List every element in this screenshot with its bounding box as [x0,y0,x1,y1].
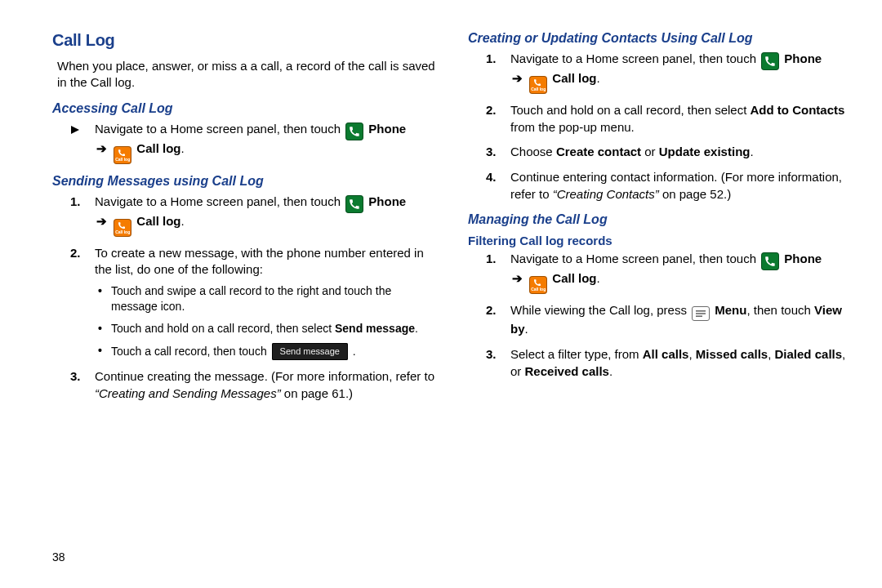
filtering-steps: 1. Navigate to a Home screen panel, then… [468,251,851,380]
subsubheading-filtering: Filtering Call log records [468,234,851,247]
all-calls-bold: All calls [643,347,689,361]
step-marker: 3. [486,144,497,161]
phone-label: Phone [784,252,822,265]
subheading-managing: Managing the Call Log [468,212,851,227]
step-text-pre: Continue creating the message. (For more… [95,369,434,383]
step-text-post: . [609,364,612,378]
send-message-bold: Send message [335,322,415,335]
svg-marker-0 [71,126,79,134]
step-marker: 4. [486,169,497,186]
step-text-pre: Navigate to a Home screen panel, then to… [95,194,344,208]
filtering-step-2: 2. While viewing the Call log, press Men… [486,302,851,338]
missed-calls-bold: Missed calls [696,347,768,361]
step-text-post: . [750,145,753,158]
arrow-icon: ➔ [95,141,109,155]
option-hold: Touch and hold on a call record, then se… [98,321,435,336]
svg-rect-3 [696,316,702,318]
comma: , [688,347,695,361]
step-text-pre: Navigate to a Home screen panel, then to… [95,122,344,136]
creating-step-1: 1. Navigate to a Home screen panel, then… [486,51,851,94]
period: . [181,214,185,228]
calllog-label: Call log [552,271,596,285]
ref-creating-contacts: “Creating Contacts” [553,187,659,201]
period: . [597,71,600,85]
step-marker: 2. [486,302,497,319]
creating-step-3: 3. Choose Create contact or Update exist… [486,144,851,161]
phone-label: Phone [368,122,406,136]
step-marker: 1. [486,251,497,268]
sending-step-2: 2. To create a new message, with the pho… [70,245,435,361]
add-to-contacts-bold: Add to Contacts [751,103,845,117]
calllog-label: Call log [136,214,180,228]
arrow-icon: ➔ [510,271,524,285]
mid: or [641,145,659,158]
section-heading-call-log: Call Log [52,31,435,50]
step-text-pre: Touch and hold on a call record, then se… [510,103,751,117]
filtering-step-1: 1. Navigate to a Home screen panel, then… [486,251,851,294]
call-log-icon-label: Call log [115,158,130,162]
update-existing-bold: Update existing [659,145,751,158]
opt-post: . [415,322,418,335]
call-log-icon-label: Call log [115,230,130,234]
subheading-accessing: Accessing Call Log [52,101,435,116]
sending-steps: 1. Navigate to a Home screen panel, then… [52,194,435,403]
subheading-sending: Sending Messages using Call Log [52,174,435,189]
create-contact-bold: Create contact [556,145,641,158]
phone-icon [345,122,363,140]
step-marker: 2. [70,245,81,262]
sending-options: Touch and swipe a call record to the rig… [95,283,435,361]
dialed-calls-bold: Dialed calls [775,347,843,361]
step-text-post: on page 52.) [659,187,731,201]
opt-pre: Touch a call record, then touch [111,345,270,358]
step-text-pre: Choose [510,145,556,158]
subheading-creating-updating: Creating or Updating Contacts Using Call… [468,31,851,46]
step-text-pre: While viewing the Call log, press [510,303,690,317]
filtering-step-3: 3. Select a filter type, from All calls,… [486,346,851,380]
step-text-post: . [525,322,528,336]
step-marker: 1. [486,51,497,68]
step-marker: 3. [70,368,81,385]
manual-page: Call Log When you place, answer, or miss… [0,0,882,588]
left-column: Call Log When you place, answer, or miss… [52,31,435,411]
call-log-icon: Call log [529,276,547,294]
opt-pre: Touch and hold on a call record, then se… [111,322,335,335]
menu-label: Menu [715,303,746,317]
opt-post: . [350,345,356,358]
period: . [597,271,600,285]
option-swipe: Touch and swipe a call record to the rig… [98,283,435,314]
svg-rect-1 [696,310,706,312]
svg-rect-2 [696,314,706,315]
sending-step-3: 3. Continue creating the message. (For m… [70,368,435,402]
right-column: Creating or Updating Contacts Using Call… [468,31,851,411]
send-message-button: Send message [272,343,348,361]
step-text-post: from the pop-up menu. [510,120,635,134]
phone-icon [761,52,779,70]
intro-paragraph: When you place, answer, or miss a a call… [57,58,435,91]
step-text-pre: Select a filter type, from [510,347,643,361]
phone-icon [345,195,363,213]
creating-step-2: 2. Touch and hold on a call record, then… [486,102,851,136]
creating-steps: 1. Navigate to a Home screen panel, then… [468,51,851,203]
step-text-post: on page 61.) [281,386,353,400]
sending-step-1: 1. Navigate to a Home screen panel, then… [70,194,435,237]
mid: , then touch [746,303,814,317]
call-log-icon: Call log [114,219,131,237]
call-log-icon: Call log [114,146,131,164]
phone-label: Phone [368,194,406,208]
received-calls-bold: Received calls [525,364,609,378]
two-column-layout: Call Log When you place, answer, or miss… [52,31,851,411]
step-text-pre: Navigate to a Home screen panel, then to… [510,51,760,65]
play-bullet-icon [70,122,80,140]
ref-creating-sending: “Creating and Sending Messages” [95,386,281,400]
step-marker: 3. [486,346,497,363]
step-marker: 1. [70,194,81,211]
arrow-icon: ➔ [510,71,524,85]
phone-label: Phone [784,51,822,65]
call-log-icon: Call log [529,76,547,94]
arrow-icon: ➔ [95,214,109,228]
creating-step-4: 4. Continue entering contact information… [486,169,851,203]
option-touch: Touch a call record, then touch Send mes… [98,343,435,361]
phone-icon [761,252,779,270]
step-text: To create a new message, with the phone … [95,246,424,277]
call-log-icon-label: Call log [531,287,546,292]
